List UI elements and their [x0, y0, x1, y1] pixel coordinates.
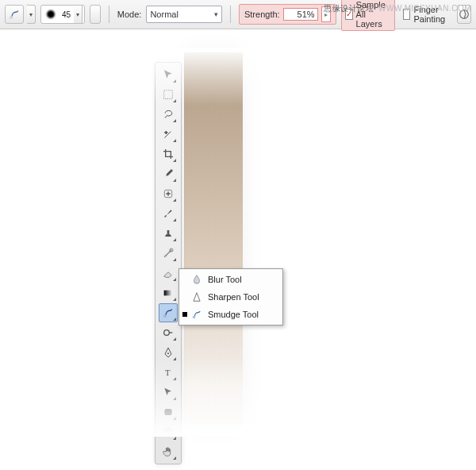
hand-tool[interactable] — [159, 442, 178, 461]
chevron-down-icon: ▾ — [214, 10, 218, 18]
marquee-tool[interactable] — [159, 85, 178, 104]
smudge-tool[interactable] — [159, 303, 178, 322]
type-tool[interactable]: T — [159, 363, 178, 382]
strength-label: Strength: — [244, 10, 280, 19]
divider — [230, 6, 231, 23]
svg-rect-3 — [164, 91, 173, 99]
flyout-label: Sharpen Tool — [208, 292, 259, 302]
dodge-tool[interactable] — [159, 323, 178, 342]
brush-panel-button[interactable] — [90, 5, 101, 24]
current-tool-smudge-icon[interactable] — [5, 5, 24, 24]
brush-size-value: 45 — [59, 10, 74, 19]
svg-point-8 — [164, 330, 170, 336]
svg-rect-11 — [164, 409, 171, 415]
svg-text:T: T — [165, 368, 171, 377]
tool-preset-dropdown[interactable]: ▾ — [27, 5, 36, 24]
smudge-tool-flyout: Blur Tool Sharpen Tool Smudge Tool — [178, 268, 283, 326]
move-tool[interactable] — [159, 65, 178, 84]
sharpen-icon — [190, 291, 203, 303]
history-brush-tool[interactable] — [159, 244, 178, 263]
clone-stamp-tool[interactable] — [159, 224, 178, 243]
brush-tool[interactable] — [159, 204, 178, 223]
3d-tool[interactable] — [159, 422, 178, 441]
blur-icon — [190, 273, 203, 286]
strength-input[interactable] — [283, 8, 318, 21]
eyedropper-tool[interactable] — [159, 164, 178, 183]
crop-tool[interactable] — [159, 144, 178, 164]
tools-panel: T — [155, 62, 182, 464]
magic-wand-tool[interactable] — [159, 125, 178, 144]
eraser-tool[interactable] — [159, 264, 178, 283]
flyout-label: Blur Tool — [208, 275, 242, 284]
flyout-item-sharpen[interactable]: Sharpen Tool — [179, 288, 282, 306]
svg-point-1 — [47, 10, 55, 18]
gradient-tool[interactable] — [159, 283, 178, 302]
path-selection-tool[interactable] — [159, 383, 178, 402]
svg-point-0 — [10, 16, 13, 19]
flyout-item-smudge[interactable]: Smudge Tool — [179, 306, 282, 323]
mode-select[interactable]: Normal ▾ — [146, 6, 222, 23]
watermark-text: 思缘设计论坛WWW.MISSYUAN.COM — [324, 3, 471, 14]
brush-preset-picker[interactable]: 45 ▾ — [40, 5, 85, 24]
pen-tool[interactable] — [159, 343, 178, 362]
svg-point-7 — [163, 314, 167, 318]
flyout-label: Smudge Tool — [208, 310, 259, 319]
mode-value: Normal — [150, 10, 178, 19]
smudge-icon — [190, 308, 203, 321]
svg-rect-6 — [164, 291, 173, 296]
healing-brush-tool[interactable] — [159, 184, 178, 203]
svg-point-12 — [193, 316, 196, 319]
svg-point-9 — [167, 352, 169, 354]
divider — [109, 6, 109, 23]
flyout-item-blur[interactable]: Blur Tool — [179, 271, 282, 288]
canvas-preview — [184, 52, 243, 426]
brush-tip-preview-icon — [43, 6, 59, 22]
lasso-tool[interactable] — [159, 105, 178, 124]
selected-marker — [182, 312, 187, 317]
strength-group: Strength: ▸ — [239, 4, 336, 25]
mode-label: Mode: — [117, 10, 142, 19]
shape-tool[interactable] — [159, 403, 178, 422]
brush-dropdown[interactable]: ▾ — [74, 5, 83, 24]
